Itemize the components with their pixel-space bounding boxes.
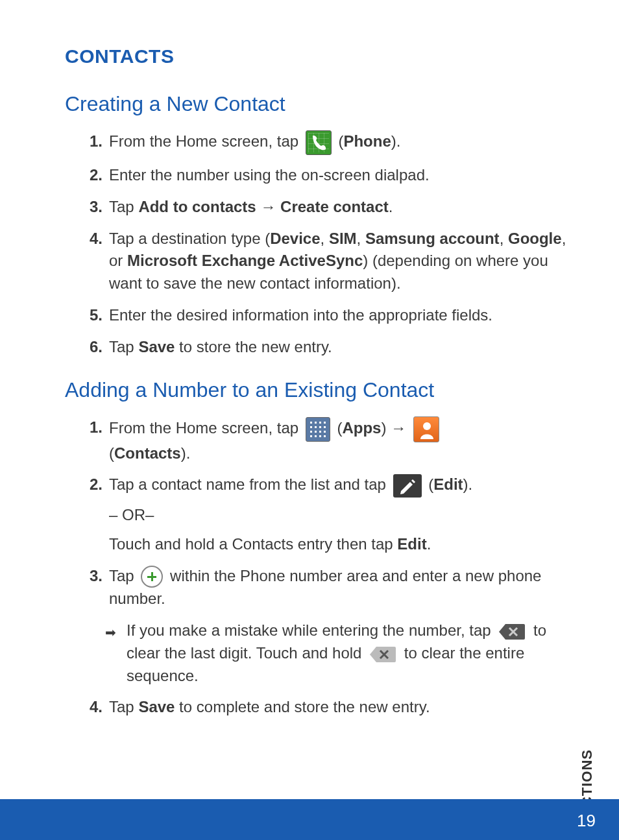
edit-icon	[393, 474, 422, 498]
text: From the Home screen, tap	[109, 132, 303, 150]
step-6: 6. Tap Save to store the new entry.	[84, 336, 567, 359]
text: From the Home screen, tap	[109, 419, 303, 437]
bold-save: Save	[138, 698, 175, 715]
text: If you make a mistake while entering the…	[127, 621, 495, 639]
bold-edit: Edit	[433, 475, 463, 493]
step-1: 1. From the Home screen, tap (Apps) → (C…	[84, 416, 567, 465]
text: to complete and store the new entry.	[175, 698, 430, 715]
or-divider: – OR–	[109, 504, 567, 527]
arrow-icon: →	[256, 198, 280, 215]
bold-phone: Phone	[343, 132, 391, 150]
svg-point-0	[423, 422, 431, 430]
subsection-title-creating: Creating a New Contact	[65, 92, 567, 116]
step-1: 1. From the Home screen, tap (Phone).	[84, 130, 567, 155]
text: Tap a destination type (	[109, 230, 270, 247]
bold-apps: Apps	[342, 419, 381, 437]
bullet-icon: ➡	[105, 623, 116, 687]
text: Tap	[109, 698, 138, 715]
text: within the Phone number area and enter a…	[109, 567, 541, 608]
text: .	[427, 535, 431, 553]
step-number: 1.	[84, 130, 109, 155]
text: Enter the number using the on-screen dia…	[109, 164, 567, 187]
text: to store the new entry.	[175, 338, 332, 355]
step-number: 4.	[84, 228, 109, 295]
step-4: 4. Tap Save to complete and store the ne…	[84, 696, 567, 719]
step-number: 2.	[84, 474, 109, 555]
text: Enter the desired information into the a…	[109, 304, 567, 327]
backspace-hold-icon	[369, 644, 397, 665]
paren-close: ).	[463, 475, 473, 493]
plus-icon	[141, 566, 163, 588]
bold-sim: SIM	[329, 230, 357, 247]
text: ,	[357, 230, 365, 247]
step-2: 2. Enter the number using the on-screen …	[84, 164, 567, 187]
phone-icon	[306, 130, 332, 155]
bold-google: Google	[508, 230, 562, 247]
step-number: 5.	[84, 304, 109, 327]
text: Tap a contact name from the list and tap	[109, 475, 391, 493]
step-2: 2. Tap a contact name from the list and …	[84, 474, 567, 555]
steps-adding: 1. From the Home screen, tap (Apps) → (C…	[65, 416, 567, 719]
contacts-icon	[413, 416, 439, 442]
bold-contacts: Contacts	[114, 444, 181, 462]
paren-close: ).	[181, 444, 191, 462]
bold-exchange: Microsoft Exchange ActiveSync	[127, 252, 363, 269]
text: ,	[321, 230, 329, 247]
step-5: 5. Enter the desired information into th…	[84, 304, 567, 327]
bold-samsung: Samsung account	[365, 230, 500, 247]
step-number: 4.	[84, 696, 109, 719]
step-3: 3. Tap Add to contacts → Create contact.	[84, 196, 567, 219]
bold-save: Save	[138, 338, 175, 355]
apps-icon	[306, 417, 330, 442]
step-4: 4. Tap a destination type (Device, SIM, …	[84, 228, 567, 295]
bold-device: Device	[270, 230, 320, 247]
backspace-icon	[498, 621, 526, 642]
section-title: CONTACTS	[65, 45, 567, 67]
arrow-icon: →	[391, 419, 406, 437]
step-number: 6.	[84, 336, 109, 359]
bold-add: Add to contacts	[138, 198, 256, 215]
page-footer: 19	[0, 801, 619, 840]
subsection-title-adding: Adding a Number to an Existing Contact	[65, 378, 567, 402]
text: Tap	[109, 338, 138, 355]
step-number: 3.	[84, 196, 109, 219]
step-3: 3. Tap within the Phone number area and …	[84, 565, 567, 688]
text: Tap	[109, 198, 138, 215]
bold-create: Create contact	[280, 198, 389, 215]
step-number: 1.	[84, 416, 109, 465]
text: .	[389, 198, 393, 215]
text: Touch and hold a Contacts entry then tap	[109, 535, 397, 553]
page-number: 19	[577, 811, 596, 831]
paren-open: (	[109, 444, 114, 462]
bold-edit-alt: Edit	[397, 535, 426, 553]
text: ,	[500, 230, 508, 247]
text: Tap	[109, 567, 138, 584]
step-number: 2.	[84, 164, 109, 187]
steps-creating: 1. From the Home screen, tap (Phone). 2.…	[65, 130, 567, 359]
paren-close: ).	[391, 132, 401, 150]
paren-close: )	[381, 419, 391, 437]
